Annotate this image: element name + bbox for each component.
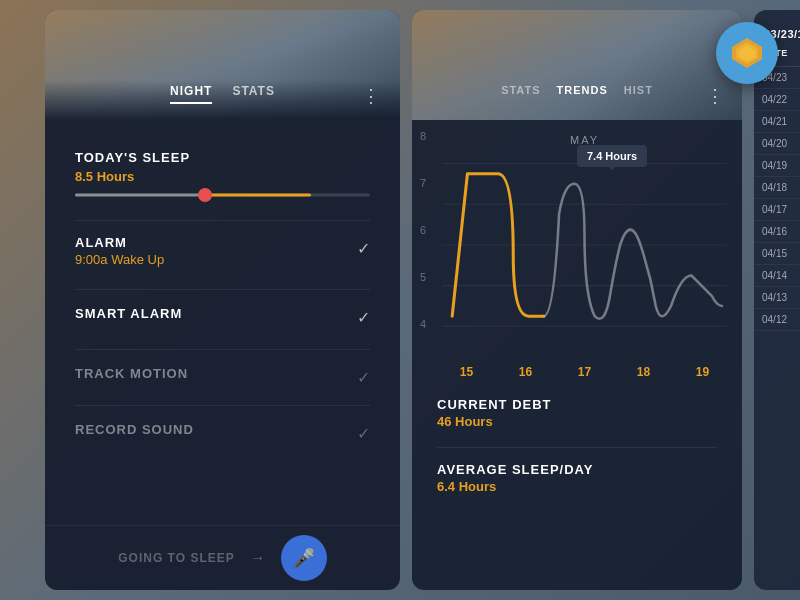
tab-stats-mid[interactable]: STATS (501, 80, 540, 100)
table-row: 04/1923:5 (754, 155, 800, 177)
mid-panel-content: CURRENT DEBT 46 Hours AVERAGE SLEEP/DAY … (412, 379, 742, 522)
right-panel: 03/23/15 - DATE SLE 04/2301:04/2202:004/… (754, 10, 800, 590)
table-row: 04/1603: (754, 221, 800, 243)
y-label-4: 4 (420, 318, 426, 330)
current-debt-title: CURRENT DEBT (437, 397, 717, 412)
right-date-cell: 04/14 (762, 270, 787, 281)
divider-2 (75, 289, 370, 290)
mid-header-image: STATS TRENDS HIST ⋮ (412, 10, 742, 120)
mid-divider (437, 447, 717, 448)
sleep-slider[interactable] (75, 192, 370, 198)
left-panel-content: TODAY'S SLEEP 8.5 Hours ALARM 9:00a Wake… (45, 130, 400, 493)
mic-icon: 🎤 (293, 547, 315, 569)
average-sleep-section: AVERAGE SLEEP/DAY 6.4 Hours (437, 462, 717, 494)
table-row: 04/1301:0 (754, 287, 800, 309)
track-motion-section: TRACK MOTION ✓ (75, 364, 370, 387)
main-container: NIGHT STATS ⋮ TODAY'S SLEEP 8.5 Hours (0, 0, 800, 600)
alarm-section: ALARM 9:00a Wake Up ✓ (75, 235, 370, 267)
alarm-check-icon[interactable]: ✓ (357, 239, 370, 258)
today-sleep-title: TODAY'S SLEEP (75, 150, 370, 165)
x-label-18: 18 (637, 365, 650, 379)
x-label-16: 16 (519, 365, 532, 379)
right-date-cell: 04/19 (762, 160, 787, 171)
x-label-17: 17 (578, 365, 591, 379)
arrow-icon: → (250, 549, 266, 567)
current-debt-section: CURRENT DEBT 46 Hours (437, 397, 717, 429)
slider-thumb[interactable] (198, 188, 212, 202)
tab-trends[interactable]: TRENDS (557, 80, 608, 100)
sketch-logo (729, 35, 765, 71)
mid-nav-tabs: STATS TRENDS HIST (412, 80, 742, 100)
right-date-cell: 04/20 (762, 138, 787, 149)
right-date-cell: 04/15 (762, 248, 787, 259)
table-row: 04/1722: (754, 199, 800, 221)
x-label-15: 15 (460, 365, 473, 379)
tab-stats[interactable]: STATS (232, 80, 275, 104)
y-label-8: 8 (420, 130, 426, 142)
record-sound-section: RECORD SOUND ✓ (75, 420, 370, 443)
left-nav-tabs: NIGHT STATS (45, 80, 400, 104)
slider-fill-left (75, 194, 208, 197)
alarm-text: ALARM 9:00a Wake Up (75, 235, 164, 267)
mid-sleeping-person-image (412, 10, 742, 120)
divider-4 (75, 405, 370, 406)
right-date-cell: 04/21 (762, 116, 787, 127)
alarm-title: ALARM (75, 235, 164, 250)
right-date-cell: 04/13 (762, 292, 787, 303)
current-debt-value: 46 Hours (437, 414, 717, 429)
y-label-7: 7 (420, 177, 426, 189)
track-motion-check-icon[interactable]: ✓ (357, 368, 370, 387)
record-sound-check-icon[interactable]: ✓ (357, 424, 370, 443)
mid-menu-dots[interactable]: ⋮ (706, 85, 724, 107)
left-menu-dots[interactable]: ⋮ (362, 85, 380, 107)
tab-night[interactable]: NIGHT (170, 80, 212, 104)
today-sleep-section: TODAY'S SLEEP 8.5 Hours (75, 150, 370, 198)
table-row: 04/1223: (754, 309, 800, 331)
bottom-bar: GOING TO SLEEP → 🎤 (45, 525, 400, 590)
smart-alarm-section: SMART ALARM ✓ (75, 304, 370, 327)
table-row: 04/1800:3 (754, 177, 800, 199)
right-date-cell: 04/16 (762, 226, 787, 237)
chart-y-labels: 8 7 6 5 4 (420, 130, 426, 330)
chart-x-labels: 15 16 17 18 19 (412, 360, 742, 379)
chart-tooltip: 7.4 Hours (577, 145, 647, 167)
going-to-sleep-label: GOING TO SLEEP (118, 551, 234, 565)
table-row: 04/2100: (754, 111, 800, 133)
tab-history[interactable]: HIST (624, 80, 653, 100)
today-sleep-value: 8.5 Hours (75, 169, 370, 184)
left-header-image: NIGHT STATS ⋮ (45, 10, 400, 120)
x-label-19: 19 (696, 365, 709, 379)
divider-3 (75, 349, 370, 350)
right-date-cell: 04/18 (762, 182, 787, 193)
slider-fill-right (208, 194, 311, 197)
average-sleep-title: AVERAGE SLEEP/DAY (437, 462, 717, 477)
table-row: 04/2023: (754, 133, 800, 155)
chart-svg (442, 150, 727, 350)
record-sound-title: RECORD SOUND (75, 422, 194, 437)
table-row: 04/2202:0 (754, 89, 800, 111)
right-date-cell: 04/22 (762, 94, 787, 105)
y-label-5: 5 (420, 271, 426, 283)
average-sleep-value: 6.4 Hours (437, 479, 717, 494)
table-row: 04/1401: (754, 265, 800, 287)
smart-alarm-title: SMART ALARM (75, 306, 182, 321)
right-date-cell: 04/17 (762, 204, 787, 215)
right-date-cell: 04/12 (762, 314, 787, 325)
mic-button[interactable]: 🎤 (281, 535, 327, 581)
table-row: 04/1500:4 (754, 243, 800, 265)
left-panel: NIGHT STATS ⋮ TODAY'S SLEEP 8.5 Hours (45, 10, 400, 590)
sleep-trend-chart: 8 7 6 5 4 MAY (412, 120, 742, 360)
right-rows: 04/2301:04/2202:004/2100:04/2023:04/1923… (754, 67, 800, 331)
divider-1 (75, 220, 370, 221)
y-label-6: 6 (420, 224, 426, 236)
smart-alarm-check-icon[interactable]: ✓ (357, 308, 370, 327)
sketch-app-icon[interactable] (716, 22, 778, 84)
alarm-time: 9:00a Wake Up (75, 252, 164, 267)
mid-panel: STATS TRENDS HIST ⋮ 8 7 6 5 4 MAY (412, 10, 742, 590)
track-motion-title: TRACK MOTION (75, 366, 188, 381)
